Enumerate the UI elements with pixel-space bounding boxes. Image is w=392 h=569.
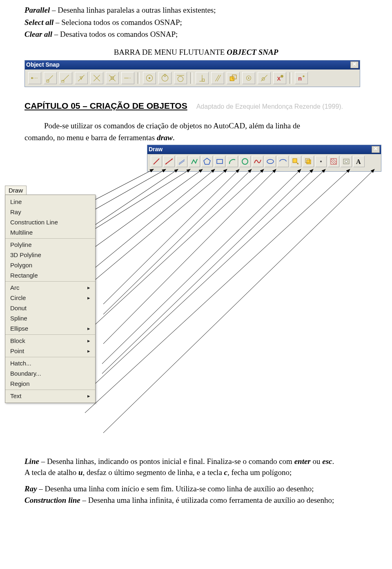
- menu-item-construction-line[interactable]: Construction Line: [5, 217, 95, 227]
- desc-parallel: – Desenha linhas paralelas a outras linh…: [50, 6, 216, 14]
- xline-icon[interactable]: [163, 156, 175, 167]
- object-snap-toolbar: Object Snap ✕ Xn: [24, 60, 360, 87]
- desc-line2-pre: A tecla de atalho: [24, 468, 78, 477]
- line-icon[interactable]: [151, 156, 162, 167]
- hatch-icon[interactable]: [328, 156, 339, 167]
- center-line-term: OBJECT SNAP: [227, 48, 278, 56]
- desc-or: ou: [311, 457, 323, 466]
- snap-from-icon[interactable]: [44, 72, 57, 84]
- rectangle-icon[interactable]: [214, 156, 225, 167]
- region-icon[interactable]: [341, 156, 352, 167]
- term-line: Line: [24, 457, 39, 466]
- svg-rect-43: [217, 159, 223, 164]
- term-parallel: Parallel: [24, 6, 50, 14]
- spline-icon[interactable]: [252, 156, 263, 167]
- svg-rect-46: [293, 159, 297, 163]
- svg-point-50: [320, 161, 322, 162]
- menu-item-circle[interactable]: Circle▸: [5, 293, 95, 303]
- polygon-icon[interactable]: [201, 156, 213, 167]
- term-ray: Ray: [24, 484, 37, 493]
- block-make-icon[interactable]: [303, 156, 314, 167]
- menu-item-label: Boundary...: [10, 370, 41, 377]
- close-icon[interactable]: ✕: [372, 146, 380, 153]
- text-icon[interactable]: A: [353, 156, 365, 167]
- svg-line-25: [217, 75, 221, 81]
- svg-marker-42: [204, 158, 210, 164]
- menu-item-ellipse[interactable]: Ellipse▸: [5, 323, 95, 334]
- menu-item-label: Construction Line: [10, 219, 58, 226]
- chapter-lead2-post: .: [173, 133, 175, 142]
- menu-item-label: Text: [10, 392, 22, 399]
- svg-point-45: [267, 159, 274, 164]
- submenu-arrow-icon: ▸: [87, 325, 90, 332]
- menu-item-polyline[interactable]: Polyline: [5, 240, 95, 250]
- point-icon[interactable]: [315, 156, 327, 167]
- apparent-int-icon[interactable]: [106, 72, 119, 84]
- menu-item-donut[interactable]: Donut: [5, 303, 95, 313]
- menu-item-line[interactable]: Line: [5, 197, 95, 207]
- center-icon[interactable]: [143, 72, 156, 84]
- intersection-icon[interactable]: [90, 72, 103, 84]
- menu-item-boundary-[interactable]: Boundary...: [5, 368, 95, 379]
- endpoint-icon[interactable]: [59, 72, 72, 84]
- menu-item-spline[interactable]: Spline: [5, 313, 95, 323]
- menu-item-label: Ellipse: [10, 325, 28, 332]
- submenu-arrow-icon: ▸: [87, 338, 90, 344]
- submenu-arrow-icon: ▸: [87, 393, 90, 399]
- ellipse-arc-icon[interactable]: [277, 156, 289, 167]
- svg-line-63: [87, 169, 215, 275]
- none-icon[interactable]: X: [273, 72, 286, 84]
- draw-toolbar-title: Draw: [149, 146, 163, 152]
- menu-item-rectangle[interactable]: Rectangle: [5, 270, 95, 280]
- midpoint-icon[interactable]: [75, 72, 88, 84]
- menu-item-label: Donut: [10, 305, 27, 311]
- svg-point-33: [281, 75, 283, 78]
- svg-line-36: [154, 159, 159, 164]
- menu-item-label: Polygon: [10, 262, 32, 269]
- menu-item-multiline[interactable]: Multiline: [5, 227, 95, 237]
- tangent-icon[interactable]: [174, 72, 187, 84]
- menu-item-hatch-[interactable]: Hatch...: [5, 358, 95, 368]
- quadrant-icon[interactable]: [158, 72, 172, 84]
- svg-rect-48: [307, 160, 311, 164]
- submenu-arrow-icon: ▸: [87, 284, 90, 291]
- menu-item-label: Polyline: [10, 241, 32, 248]
- block-insert-icon[interactable]: [290, 156, 301, 167]
- menu-item-block[interactable]: Block▸: [5, 336, 95, 346]
- extension-icon[interactable]: [121, 72, 134, 84]
- svg-line-71: [85, 169, 325, 393]
- parallel-icon[interactable]: [211, 72, 224, 84]
- nearest-icon[interactable]: [258, 72, 271, 84]
- snap-settings-icon[interactable]: n: [295, 72, 308, 84]
- circle-icon[interactable]: [239, 156, 251, 167]
- chapter-lead2-term: draw: [157, 133, 173, 142]
- desc-dot: .: [332, 457, 334, 466]
- node-icon[interactable]: [242, 72, 255, 84]
- desc-line2-end: , fecha um polígono;: [227, 468, 292, 477]
- menu-item-label: Arc: [10, 284, 20, 291]
- close-icon[interactable]: ✕: [350, 61, 359, 68]
- insertion-icon[interactable]: [227, 72, 240, 84]
- menu-item-point[interactable]: Point▸: [5, 346, 95, 356]
- kbd-esc: esc: [322, 457, 332, 466]
- menu-item-polygon[interactable]: Polygon: [5, 260, 95, 270]
- menu-item-3d-polyline[interactable]: 3D Polyline: [5, 250, 95, 260]
- arc-icon[interactable]: [227, 156, 238, 167]
- menu-separator: [5, 357, 95, 357]
- svg-point-56: [345, 160, 347, 163]
- menu-item-ray[interactable]: Ray: [5, 207, 95, 217]
- separator: [138, 72, 140, 84]
- mline-icon[interactable]: [176, 156, 187, 167]
- menu-item-label: Spline: [10, 315, 27, 322]
- menu-item-region[interactable]: Region: [5, 379, 95, 389]
- perpendicular-icon[interactable]: [196, 72, 209, 84]
- desc-constructionline: – Desenha uma linha infinita, é utilizad…: [80, 496, 334, 504]
- svg-text:A: A: [356, 158, 361, 165]
- draw-menu-tab[interactable]: Draw: [5, 186, 27, 195]
- temp-track-icon[interactable]: [28, 72, 41, 84]
- ellipse-icon[interactable]: [265, 156, 276, 167]
- menu-item-text[interactable]: Text▸: [5, 391, 95, 401]
- menu-item-arc[interactable]: Arc▸: [5, 282, 95, 293]
- svg-line-6: [78, 75, 84, 81]
- pline-icon[interactable]: [189, 156, 200, 167]
